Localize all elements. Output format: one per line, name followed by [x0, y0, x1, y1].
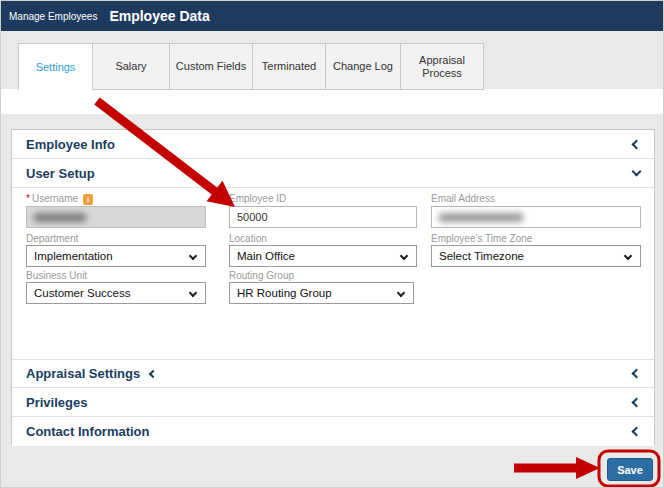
section-header-appraisal-settings[interactable]: Appraisal Settings [12, 359, 654, 388]
timezone-value: Select Timezone [439, 250, 524, 262]
dropdown-arrow-icon [189, 289, 197, 297]
annotation-arrow-save [514, 457, 600, 479]
routing-group-value: HR Routing Group [237, 287, 332, 299]
section-title: Appraisal Settings [26, 366, 156, 381]
tab-custom-fields[interactable]: Custom Fields [169, 43, 253, 90]
dropdown-arrow-icon [189, 252, 197, 260]
username-label: *Usernamei [26, 193, 93, 205]
app-header: Manage Employees Employee Data [1, 1, 663, 31]
email-input[interactable] [431, 206, 641, 228]
timezone-label: Employee's Time Zone [431, 233, 532, 244]
location-value: Main Office [237, 250, 295, 262]
breadcrumb[interactable]: Manage Employees [9, 11, 97, 22]
section-title: Employee Info [26, 137, 115, 152]
username-input [26, 206, 206, 228]
employee-id-label: Employee ID [229, 193, 286, 204]
section-header-contact-information[interactable]: Contact Information [12, 417, 654, 446]
section-header-user-setup[interactable]: User Setup [12, 159, 654, 188]
tab-bar: Settings Salary Custom Fields Terminated… [18, 43, 484, 91]
routing-group-label: Routing Group [229, 270, 294, 281]
page-title: Employee Data [109, 8, 209, 24]
section-header-employee-info[interactable]: Employee Info [12, 130, 654, 159]
department-label: Department [26, 233, 78, 244]
redacted-username [34, 213, 86, 222]
tab-change-log[interactable]: Change Log [325, 43, 401, 90]
routing-group-select[interactable]: HR Routing Group [229, 282, 414, 304]
chevron-left-icon [632, 139, 642, 149]
tab-appraisal-process[interactable]: Appraisal Process [400, 43, 484, 90]
employee-data-page: Manage Employees Employee Data Settings … [0, 0, 664, 488]
chevron-left-icon [632, 427, 642, 437]
timezone-select[interactable]: Select Timezone [431, 245, 641, 267]
department-value: Implementation [34, 250, 113, 262]
save-button[interactable]: Save [607, 458, 653, 481]
chevron-left-icon [632, 369, 642, 379]
business-unit-label: Business Unit [26, 270, 87, 281]
business-unit-select[interactable]: Customer Success [26, 282, 206, 304]
content-panel: Employee Info User Setup *Usernamei Empl… [11, 129, 655, 445]
section-title: User Setup [26, 166, 95, 181]
tab-salary[interactable]: Salary [92, 43, 170, 90]
location-select[interactable]: Main Office [229, 245, 417, 267]
department-select[interactable]: Implementation [26, 245, 206, 267]
dropdown-arrow-icon [397, 289, 405, 297]
dropdown-arrow-icon [624, 252, 632, 260]
email-label: Email Address [431, 193, 495, 204]
employee-id-value: 50000 [237, 211, 268, 223]
section-title: Privileges [26, 395, 87, 410]
business-unit-value: Customer Success [34, 287, 131, 299]
redacted-email [439, 213, 523, 222]
chevron-left-icon [149, 369, 157, 377]
chevron-down-icon [632, 167, 642, 177]
chevron-left-icon [632, 397, 642, 407]
dropdown-arrow-icon [400, 252, 408, 260]
tab-panel-strip [1, 89, 663, 114]
required-asterisk: * [26, 193, 30, 204]
employee-id-input[interactable]: 50000 [229, 206, 417, 228]
tab-terminated[interactable]: Terminated [252, 43, 326, 90]
location-label: Location [229, 233, 267, 244]
info-icon[interactable]: i [83, 194, 93, 205]
tab-settings[interactable]: Settings [18, 43, 93, 91]
section-header-privileges[interactable]: Privileges [12, 388, 654, 417]
section-title: Contact Information [26, 424, 150, 439]
